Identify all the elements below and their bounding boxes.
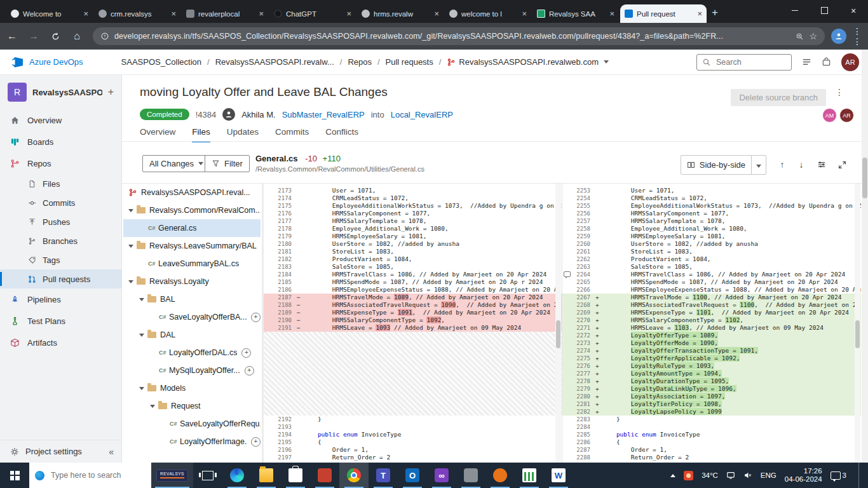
line-number[interactable]: 2263 <box>562 263 595 271</box>
language-indicator[interactable]: ENG <box>761 471 776 479</box>
tree-file[interactable]: C#LoyaltyOfferDAL.cs+ <box>123 344 261 362</box>
search-input[interactable] <box>715 57 786 67</box>
sidebar-item-repos[interactable]: Repos <box>0 152 121 174</box>
line-number[interactable]: 2287 <box>562 446 595 454</box>
line-number[interactable]: 2182 <box>264 255 297 263</box>
azure-devops-logo[interactable]: Azure DevOps <box>10 55 83 69</box>
close-tab-icon[interactable]: × <box>259 9 264 18</box>
tree-file[interactable]: C#MySqlLoyaltyOffer...+ <box>123 362 261 379</box>
chevron-down-icon[interactable] <box>128 280 133 283</box>
sidebar-item-pushes[interactable]: Pushes <box>0 212 121 231</box>
line-number[interactable]: 2196 <box>264 446 297 454</box>
diff-line[interactable]: 2183 SaleStore = 1085, <box>264 263 562 271</box>
diff-line[interactable]: 2261 StoreList = 1083, <box>562 248 861 255</box>
diff-line[interactable]: 2285 public enum InvoiceType <box>562 431 861 438</box>
browser-tab[interactable]: welcome to l × <box>445 4 531 23</box>
forward-button[interactable]: → <box>24 27 43 46</box>
line-number[interactable]: 2271 <box>562 324 595 332</box>
sidebar-item-overview[interactable]: Overview <box>0 109 121 131</box>
diff-line[interactable]: 2282+ LoyaltyLapsePolicy = 1099 <box>562 408 861 416</box>
word-taskbar-button[interactable]: W <box>544 463 573 488</box>
chevron-down-icon[interactable] <box>128 209 133 212</box>
diff-line[interactable]: 2196 Order = 1, <box>264 446 562 454</box>
chevron-down-icon[interactable] <box>139 387 144 390</box>
browser-tab[interactable]: Pull request × <box>620 4 707 23</box>
line-number[interactable]: 2179 <box>264 233 297 240</box>
line-number[interactable]: 2266 <box>562 286 595 294</box>
diff-line[interactable]: 2274+ LoyaltyOfferTransactionType = 1091… <box>562 347 861 355</box>
tree-folder[interactable]: Request <box>123 397 261 415</box>
line-number[interactable]: 2193 <box>264 423 297 431</box>
line-number[interactable]: 2180 <box>264 240 297 248</box>
diff-line[interactable]: 2178 Employee_Additional_Work = 1080, <box>264 225 562 233</box>
diff-line[interactable]: 2190− HRMSSalaryComponentType = 1092, <box>264 316 562 324</box>
sidebar-item-pull-requests[interactable]: Pull requests <box>0 269 121 288</box>
line-number[interactable]: 2286 <box>562 438 595 446</box>
line-number[interactable]: 2176 <box>264 210 297 217</box>
diff-line[interactable]: 2182 ProductVarient = 1084, <box>264 255 562 263</box>
next-change-icon[interactable]: ↓ <box>794 158 808 172</box>
close-tab-icon[interactable]: × <box>171 9 176 18</box>
add-project-icon[interactable]: + <box>108 86 114 98</box>
bookmark-star-icon[interactable]: ☆ <box>809 31 817 41</box>
diff-line[interactable]: 2255 EmployeeAdditionalWorkStatus = 1073… <box>562 202 861 210</box>
chevron-down-icon[interactable] <box>139 298 144 301</box>
diff-line[interactable]: 2288 Return_Order = 2 <box>562 454 861 461</box>
project-switcher[interactable]: R RevalsysSAASPOSAPI.r... + <box>0 75 121 109</box>
line-number[interactable]: 2173 <box>264 187 297 194</box>
diff-line[interactable]: 2253 User = 1071, <box>562 187 861 194</box>
sidebar-item-boards[interactable]: Boards <box>0 131 121 152</box>
line-number[interactable]: 2273 <box>562 339 595 347</box>
diff-line[interactable]: 2186 HRMSEmployeeExpenseStatus = 1088, /… <box>264 286 562 294</box>
diff-line[interactable]: 2195 { <box>264 438 562 446</box>
store-taskbar-button[interactable] <box>281 463 310 488</box>
outlook-taskbar-button[interactable]: O <box>398 463 427 488</box>
pane-scrollbar[interactable] <box>855 184 860 463</box>
reviewer-avatar[interactable]: AR <box>839 108 854 123</box>
tree-file[interactable]: C#SaveLoyaltyOfferBA...+ <box>123 308 261 326</box>
browser-tab[interactable]: hrms.revalw × <box>357 4 444 23</box>
line-number[interactable]: 2265 <box>562 278 595 286</box>
browser-tab[interactable]: revalerplocal × <box>182 4 268 23</box>
tree-folder[interactable]: DAL <box>123 326 261 344</box>
network-icon[interactable] <box>726 471 735 480</box>
sidebar-item-pipelines[interactable]: Pipelines <box>0 288 121 310</box>
revalsys-app-button[interactable]: REVALSYS <box>151 463 193 488</box>
line-number[interactable]: 2279 <box>562 385 595 393</box>
refresh-button[interactable] <box>46 27 65 46</box>
line-number[interactable]: 2197 <box>264 454 297 461</box>
line-number[interactable]: 2192 <box>264 416 297 423</box>
diff-line[interactable]: 2276+ LoyaltyRuleType = 1093, <box>562 362 861 370</box>
sidebar-item-artifacts[interactable]: Artifacts <box>0 332 121 353</box>
fullscreen-icon[interactable] <box>835 158 849 172</box>
line-number[interactable]: 2260 <box>562 240 595 248</box>
close-tab-icon[interactable]: × <box>346 9 351 18</box>
sidebar-item-files[interactable]: Files <box>0 174 121 193</box>
diff-line[interactable]: 2173 User = 1071, <box>264 187 562 194</box>
diff-line[interactable]: 2280+ LoyaltyAssociation = 1097, <box>562 393 861 400</box>
diff-line[interactable]: 2287 Order = 1, <box>562 446 861 454</box>
diff-line[interactable]: 2271+ HRMSLeave = 1103, // Added by Amar… <box>562 324 861 332</box>
diff-line[interactable]: 2185 HRMSSpendMode = 1087, // Added by A… <box>264 278 562 286</box>
browser-menu-icon[interactable]: ⋮⋮ <box>853 26 862 46</box>
diff-line[interactable]: 2286 { <box>562 438 861 446</box>
line-number[interactable]: 2256 <box>562 210 595 217</box>
diff-line[interactable]: 2181 StoreList = 1083, <box>264 248 562 255</box>
browser-tab[interactable]: Welcome to × <box>6 4 93 23</box>
changes-dropdown[interactable]: All Changes <box>142 155 210 172</box>
line-number[interactable]: 2270 <box>562 316 595 324</box>
start-button[interactable] <box>0 463 29 488</box>
tab-files[interactable]: Files <box>192 127 210 142</box>
line-number[interactable]: 2183 <box>264 263 297 271</box>
line-number[interactable]: 2191 <box>264 324 297 332</box>
list-icon[interactable] <box>802 57 811 67</box>
diff-line[interactable]: 2191− HRMSLeave = 1093 // Added by Amarj… <box>264 324 562 332</box>
line-number[interactable]: 2261 <box>562 248 595 255</box>
close-button[interactable]: × <box>839 0 868 21</box>
site-info-icon[interactable] <box>100 32 109 41</box>
diff-line[interactable]: 2258 Employee_Additional_Work = 1080, <box>562 225 861 233</box>
teams-taskbar-button[interactable]: T <box>369 463 398 488</box>
tree-file[interactable]: C#LeaveSummaryBAL.cs <box>123 255 261 273</box>
line-number[interactable]: 2181 <box>264 248 297 255</box>
diff-settings-icon[interactable] <box>815 158 829 172</box>
